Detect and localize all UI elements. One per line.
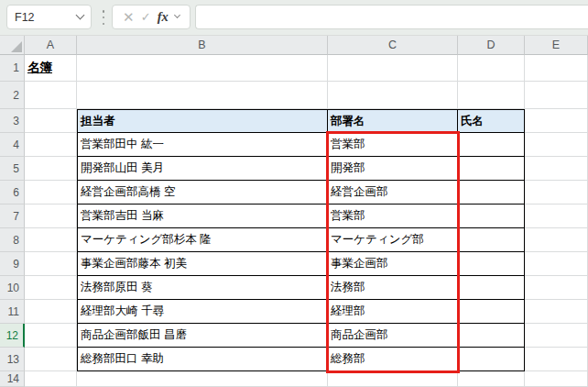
cell-A8[interactable] xyxy=(25,228,77,252)
insert-function-icon[interactable]: fx xyxy=(158,9,169,25)
cell-E9[interactable] xyxy=(525,252,588,276)
cell-C12[interactable]: 商品企画部 xyxy=(328,324,458,348)
cell-B5[interactable]: 開発部山田 美月 xyxy=(77,157,328,181)
cell-D3[interactable]: 氏名 xyxy=(458,109,525,133)
cell-E13[interactable] xyxy=(525,348,588,371)
fx-chevron-down-icon[interactable] xyxy=(174,12,180,18)
cell-D8[interactable] xyxy=(458,228,525,252)
cell-B6[interactable]: 経営企画部高橋 空 xyxy=(77,181,328,205)
row-header-7[interactable]: 7 xyxy=(0,205,25,228)
cell-B4[interactable]: 営業部田中 紘一 xyxy=(77,133,328,157)
cell-B12[interactable]: 商品企画部飯田 昌磨 xyxy=(77,324,328,348)
cell-D10[interactable] xyxy=(458,276,525,300)
cell-E12[interactable] xyxy=(525,324,588,348)
row-header-4[interactable]: 4 xyxy=(0,133,25,157)
cell-E11[interactable] xyxy=(525,300,588,324)
cell-C14[interactable] xyxy=(328,371,458,387)
formula-buttons: ✕ ✓ fx xyxy=(112,5,191,29)
cell-A12[interactable] xyxy=(25,324,77,348)
cancel-icon[interactable]: ✕ xyxy=(123,10,135,24)
cell-B14[interactable] xyxy=(77,371,328,387)
cell-B3[interactable]: 担当者 xyxy=(77,109,328,133)
cell-C9[interactable]: 事業企画部 xyxy=(328,252,458,276)
cell-A2[interactable] xyxy=(25,82,77,109)
cell-A9[interactable] xyxy=(25,252,77,276)
cell-A6[interactable] xyxy=(25,181,77,205)
cell-A7[interactable] xyxy=(25,205,77,228)
cell-C6[interactable]: 経営企画部 xyxy=(328,181,458,205)
column-header-E[interactable]: E xyxy=(525,36,588,55)
row-header-8[interactable]: 8 xyxy=(0,228,25,252)
grid-row-11: 11経理部大崎 千尋経理部 xyxy=(0,300,588,324)
cell-D11[interactable] xyxy=(458,300,525,324)
cell-E2[interactable] xyxy=(525,82,588,109)
cell-A11[interactable] xyxy=(25,300,77,324)
cell-A13[interactable] xyxy=(25,348,77,371)
cell-B8[interactable]: マーケティング部杉本 隆 xyxy=(77,228,328,252)
cell-D13[interactable] xyxy=(458,348,525,371)
row-header-13[interactable]: 13 xyxy=(0,348,25,371)
cell-E8[interactable] xyxy=(525,228,588,252)
row-header-6[interactable]: 6 xyxy=(0,181,25,205)
cell-D7[interactable] xyxy=(458,205,525,228)
name-box[interactable]: F12 xyxy=(6,5,92,29)
formula-input[interactable] xyxy=(195,5,588,29)
cell-D6[interactable] xyxy=(458,181,525,205)
cell-C13[interactable]: 総務部 xyxy=(328,348,458,371)
cell-A10[interactable] xyxy=(25,276,77,300)
cell-A14[interactable] xyxy=(25,371,77,387)
cell-A1[interactable]: 名簿 xyxy=(25,55,77,82)
cell-B2[interactable] xyxy=(77,82,328,109)
cell-E3[interactable] xyxy=(525,109,588,133)
cell-E14[interactable] xyxy=(525,371,588,387)
cell-C5[interactable]: 開発部 xyxy=(328,157,458,181)
cell-D5[interactable] xyxy=(458,157,525,181)
cell-D14[interactable] xyxy=(458,371,525,387)
cell-C3[interactable]: 部署名 xyxy=(328,109,458,133)
cell-B1[interactable] xyxy=(77,55,328,82)
cell-D12[interactable] xyxy=(458,324,525,348)
cell-C11[interactable]: 経理部 xyxy=(328,300,458,324)
cell-C8[interactable]: マーケティング部 xyxy=(328,228,458,252)
column-header-C[interactable]: C xyxy=(328,36,458,55)
name-box-chevron-down-icon[interactable] xyxy=(76,11,85,20)
cell-E4[interactable] xyxy=(525,133,588,157)
row-header-5[interactable]: 5 xyxy=(0,157,25,181)
cell-E6[interactable] xyxy=(525,181,588,205)
spreadsheet-grid: ABCDE 1名簿23担当者部署名氏名4営業部田中 紘一営業部5開発部山田 美月… xyxy=(0,35,588,387)
row-header-12[interactable]: 12 xyxy=(0,324,25,348)
cell-D4[interactable] xyxy=(458,133,525,157)
cell-E10[interactable] xyxy=(525,276,588,300)
column-header-D[interactable]: D xyxy=(458,36,525,55)
cell-A4[interactable] xyxy=(25,133,77,157)
cell-C1[interactable] xyxy=(328,55,458,82)
cell-E5[interactable] xyxy=(525,157,588,181)
cell-C2[interactable] xyxy=(328,82,458,109)
row-header-11[interactable]: 11 xyxy=(0,300,25,324)
row-header-1[interactable]: 1 xyxy=(0,55,25,82)
cell-A5[interactable] xyxy=(25,157,77,181)
row-header-10[interactable]: 10 xyxy=(0,276,25,300)
cell-C10[interactable]: 法務部 xyxy=(328,276,458,300)
cell-E7[interactable] xyxy=(525,205,588,228)
cell-B7[interactable]: 営業部吉田 当麻 xyxy=(77,205,328,228)
cell-A3[interactable] xyxy=(25,109,77,133)
cell-B11[interactable]: 経理部大崎 千尋 xyxy=(77,300,328,324)
cell-B9[interactable]: 事業企画部藤本 初美 xyxy=(77,252,328,276)
cell-D2[interactable] xyxy=(458,82,525,109)
row-header-14[interactable]: 14 xyxy=(0,371,25,387)
row-header-3[interactable]: 3 xyxy=(0,109,25,133)
column-header-A[interactable]: A xyxy=(25,36,77,55)
cell-B10[interactable]: 法務部原田 葵 xyxy=(77,276,328,300)
enter-icon[interactable]: ✓ xyxy=(141,11,151,23)
cell-D1[interactable] xyxy=(458,55,525,82)
column-header-B[interactable]: B xyxy=(77,36,328,55)
row-header-2[interactable]: 2 xyxy=(0,82,25,109)
cell-B13[interactable]: 総務部田口 幸助 xyxy=(77,348,328,371)
row-header-9[interactable]: 9 xyxy=(0,252,25,276)
cell-D9[interactable] xyxy=(458,252,525,276)
cell-C4[interactable]: 営業部 xyxy=(328,133,458,157)
cell-C7[interactable]: 営業部 xyxy=(328,205,458,228)
select-all-corner[interactable] xyxy=(0,36,25,55)
cell-E1[interactable] xyxy=(525,55,588,82)
